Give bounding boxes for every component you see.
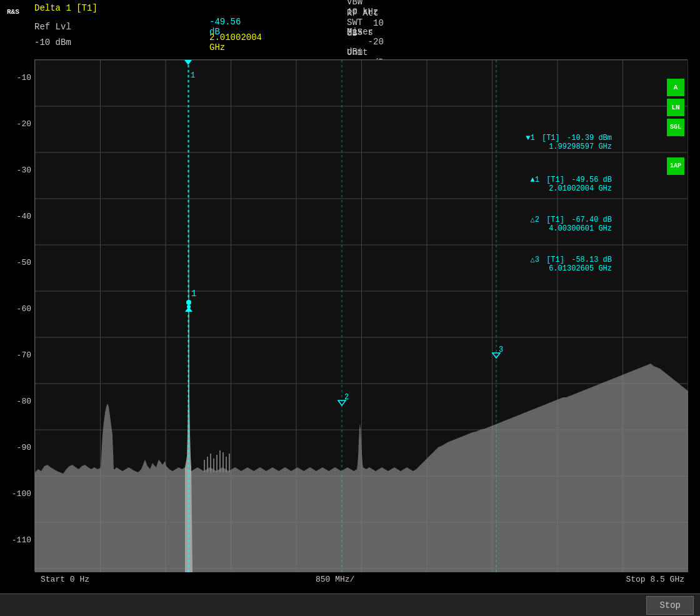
marker-1-delta-trace: [T1] xyxy=(542,134,560,142)
yaxis-label-50: -50 xyxy=(17,258,31,267)
xaxis: Start 0 Hz 850 MHz/ Stop 8.5 GHz xyxy=(34,575,688,594)
marker-3-info: △3 [T1] -58.13 dB 6.01302605 GHz xyxy=(531,255,612,273)
chart-area: 1 1 2 3 ▼1 [T1] -10.39 dBm 1.99298597 xyxy=(34,59,688,572)
marker-1-main-value: ▲1 [T1] -49.56 dB xyxy=(531,176,612,184)
yaxis-label-30: -30 xyxy=(17,166,31,175)
svg-rect-28 xyxy=(210,454,211,472)
svg-text:1: 1 xyxy=(191,71,195,80)
svg-rect-27 xyxy=(207,457,208,472)
button-spacer xyxy=(667,139,687,157)
svg-rect-33 xyxy=(226,457,227,472)
button-ln[interactable]: LN xyxy=(667,99,684,116)
marker-1-delta-freq-val: 1.99298597 GHz xyxy=(526,142,612,151)
marker-1-delta-symbol: ▼1 xyxy=(526,134,534,142)
marker-1-main-symbol: ▲1 xyxy=(531,176,539,184)
svg-rect-29 xyxy=(213,459,214,472)
button-a[interactable]: A xyxy=(667,79,684,96)
marker-2-db: -67.40 dB xyxy=(571,216,612,224)
marker-2-value: △2 [T1] -67.40 dB xyxy=(531,215,612,224)
yaxis-label-70: -70 xyxy=(17,350,31,360)
marker-3-symbol: △3 xyxy=(531,256,539,264)
button-1ap[interactable]: 1AP xyxy=(667,157,684,175)
yaxis-label-60: -60 xyxy=(17,304,31,314)
bottom-bar: Stop xyxy=(0,594,700,616)
marker-1-main-db: -49.56 dB xyxy=(571,176,612,184)
spectrum-analyzer: R&S Delta 1 [T1] RBW 10 kHz RF Att 10 dB… xyxy=(0,0,700,616)
svg-text:1: 1 xyxy=(191,289,196,299)
ref-value: -10 dBm xyxy=(34,37,71,47)
yaxis-label-10: -10 xyxy=(17,73,31,82)
svg-point-43 xyxy=(187,305,191,309)
marker-1-main-trace: [T1] xyxy=(546,176,564,184)
svg-text:3: 3 xyxy=(499,345,503,354)
header-panel: Delta 1 [T1] RBW 10 kHz RF Att 10 dB Ref… xyxy=(0,0,700,59)
svg-text:2: 2 xyxy=(344,393,349,402)
yaxis-label-40: -40 xyxy=(17,212,31,221)
marker-1-delta-info: ▼1 [T1] -10.39 dBm 1.99298597 GHz xyxy=(526,134,612,151)
stop-button[interactable]: Stop xyxy=(646,596,694,615)
marker-1-main-freq-val: 2.01002004 GHz xyxy=(531,184,612,193)
yaxis-label-20: -20 xyxy=(17,119,31,129)
svg-rect-26 xyxy=(204,460,205,472)
header-row-1: Delta 1 [T1] RBW 10 kHz RF Att 10 dB xyxy=(34,3,104,13)
marker-2-info: △2 [T1] -67.40 dB 4.00300601 GHz xyxy=(531,215,612,233)
delta-label: Delta 1 [T1] xyxy=(34,3,98,13)
marker-1-main-info: ▲1 [T1] -49.56 dB 2.01002004 GHz xyxy=(531,176,612,193)
yaxis-label-90: -90 xyxy=(17,443,31,452)
marker-3-trace: [T1] xyxy=(546,256,564,264)
marker-1-delta-dbm: -10.39 dBm xyxy=(567,134,612,142)
yaxis-label-110: -110 xyxy=(12,535,31,545)
svg-rect-34 xyxy=(229,454,230,472)
marker-2-symbol: △2 xyxy=(531,216,539,224)
marker-1-delta-value: ▼1 [T1] -10.39 dBm xyxy=(526,134,612,142)
yaxis: -10 -20 -30 -40 -50 -60 -70 -80 -90 -100… xyxy=(0,59,34,572)
svg-point-45 xyxy=(186,300,191,305)
svg-rect-30 xyxy=(216,455,218,472)
header-row-2: Ref Lvl -49.56 dB VBW 10 kHz Mixer -20 d… xyxy=(34,22,71,32)
xaxis-mid: 850 MHz/ xyxy=(316,575,354,584)
xaxis-start: Start 0 Hz xyxy=(41,575,89,584)
side-button-group: A LN SGL 1AP xyxy=(667,79,687,177)
marker-2-freq-val: 4.00300601 GHz xyxy=(531,224,612,233)
svg-rect-32 xyxy=(222,452,224,472)
xaxis-stop: Stop 8.5 GHz xyxy=(626,575,684,584)
yaxis-label-80: -80 xyxy=(17,397,31,406)
button-sgl[interactable]: SGL xyxy=(667,119,684,136)
svg-rect-31 xyxy=(219,450,221,472)
marker-3-db: -58.13 dB xyxy=(571,256,612,264)
marker-3-value: △3 [T1] -58.13 dB xyxy=(531,255,612,264)
marker-2-trace: [T1] xyxy=(546,216,564,224)
header-row-3: -10 dBm 2.01002004 GHz SWT 215 s Unit dB… xyxy=(34,37,71,47)
ref-label: Ref Lvl xyxy=(34,22,71,32)
delta-freq: 2.01002004 GHz xyxy=(209,32,262,52)
logo-text: R&S xyxy=(7,8,19,16)
yaxis-label-100: -100 xyxy=(12,489,31,499)
marker-3-freq-val: 6.01302605 GHz xyxy=(531,264,612,273)
